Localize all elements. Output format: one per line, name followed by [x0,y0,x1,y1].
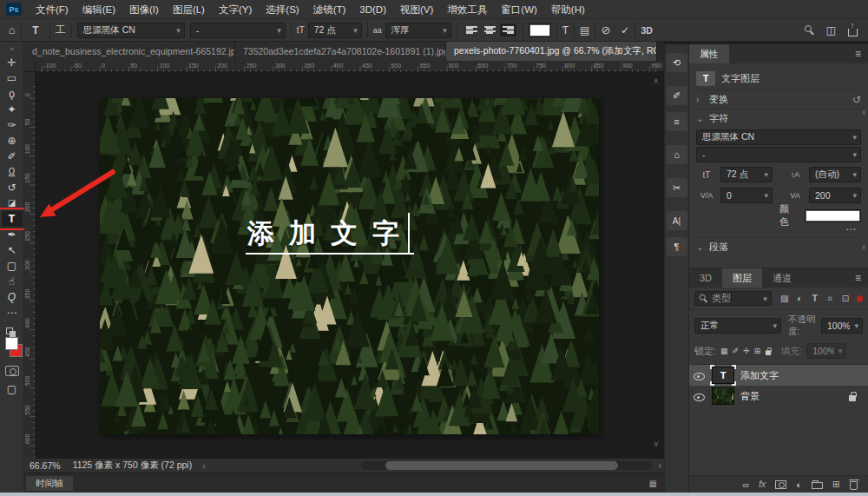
foreground-color-swatch[interactable] [5,337,18,350]
lock-pixels-icon[interactable]: ✐ [733,347,740,355]
history-brush-tool[interactable]: ↺ [2,180,23,195]
zoom-level[interactable]: 66.67% [30,460,61,471]
home-icon[interactable]: ⌂ [9,23,16,36]
menu-select[interactable]: 选择(S) [259,0,306,19]
tab-channels[interactable]: 通道 [762,268,802,288]
filter-adjustment-layers-icon[interactable]: ◐ [793,294,806,303]
align-right-button[interactable] [500,23,516,36]
panel-menu-icon[interactable]: ≡ [855,272,861,284]
hand-tool[interactable]: ☝ [2,274,23,289]
menu-window[interactable]: 窗口(W) [494,0,544,19]
text-layer-thumbnail[interactable]: T [712,367,734,384]
quick-mask-icon[interactable] [5,366,19,376]
delete-layer-icon[interactable] [850,481,858,490]
menu-file[interactable]: 文件(F) [29,0,76,19]
layer-filter-select[interactable]: 类型 ▾ [694,291,772,306]
doc-tab-2[interactable]: 73520ad3ee1cdefa27a4a708102e-1601891 (1)… [235,42,446,61]
layer-name[interactable]: 背景 [740,390,760,403]
3d-button[interactable]: 3D [641,25,652,36]
commit-edits-icon[interactable]: ✓ [621,24,629,36]
font-family-select[interactable]: 思源黑体 CN▾ [77,23,185,38]
layer-style-icon[interactable]: fx [759,479,766,489]
brush-tool[interactable]: ✐ [2,149,23,164]
doc-tab-1[interactable]: d_note_business_electronic_equipment-665… [24,42,235,61]
opacity-select[interactable]: 100%▾ [821,318,863,334]
new-layer-icon[interactable]: ⊞ [832,479,840,490]
document-canvas[interactable]: 添加文字 [100,98,599,434]
move-tool[interactable]: ✛ [2,55,23,70]
eraser-tool[interactable]: ◪ [2,195,23,211]
menu-3d[interactable]: 3D(D) [352,0,393,19]
character-panel-icon[interactable]: A| [667,211,687,230]
lock-position-icon[interactable]: ✛ [743,347,750,355]
menu-layer[interactable]: 图层(L) [166,0,212,19]
tab-layers[interactable]: 图层 [722,268,762,288]
toolbar-collapse-icon[interactable]: » [10,44,13,55]
screen-mode-icon[interactable]: ▢ [2,381,23,397]
panel-menu-icon[interactable]: ≡ [855,48,861,60]
menu-filter[interactable]: 滤镜(T) [306,0,353,19]
menu-edit[interactable]: 编辑(E) [76,0,122,19]
filter-toggle-icon[interactable] [857,295,863,302]
canvas-text-layer[interactable]: 添加文字 [246,217,414,255]
font-style-select[interactable]: -▾ [190,23,286,38]
shape-tool[interactable]: ▢ [2,258,23,274]
character-section[interactable]: ⌄ 字符 [696,109,861,128]
tab-timeline[interactable]: 时间轴 [26,476,73,491]
scroll-down-icon[interactable]: ∨ [861,243,866,251]
reset-transform-icon[interactable]: ↺ [852,94,861,106]
workspace-icon[interactable]: ◫ [826,24,836,36]
paragraph-section[interactable]: ⌄ 段落 [696,237,861,256]
tab-3d[interactable]: 3D [689,268,722,288]
tool-presets-panel-icon[interactable]: ✂ [667,178,687,197]
transform-section[interactable]: › 变换 ↺ [696,89,861,109]
filter-pixel-layers-icon[interactable]: ▨ [779,294,791,303]
props-leading-select[interactable]: (自动)▾ [809,167,861,182]
swap-colors-icon[interactable] [6,327,13,334]
anti-alias-select[interactable]: 浑厚▾ [385,23,451,38]
horizontal-scrollbar[interactable] [361,461,652,470]
history-panel-icon[interactable]: ⟲ [667,53,687,72]
canvas-area[interactable]: -100-50050100150200250300350400450500550… [24,61,664,459]
scroll-up-icon[interactable]: ∧ [861,109,866,116]
text-orientation-icon[interactable]: 工 [56,23,66,37]
eyedropper-tool[interactable]: ✑ [2,117,23,133]
menu-plugins[interactable]: 增效工具 [440,0,494,19]
path-select-tool[interactable]: ↖ [2,242,23,258]
props-size-select[interactable]: 72 点▾ [720,167,773,182]
text-color-swatch[interactable] [805,209,861,222]
status-expand-icon[interactable]: › [202,460,206,471]
brush-panel-icon[interactable]: ✐ [667,86,687,105]
quick-select-tool[interactable]: ✦ [2,102,23,117]
zoom-tool[interactable]: Q [2,289,23,305]
layer-name[interactable]: 添加文字 [740,369,779,382]
lock-transparency-icon[interactable]: ▦ [720,347,728,355]
tab-properties[interactable]: 属性 [689,44,729,63]
doc-tab-3-active[interactable]: pexels-photo-7760401.jpg @ 66.7% (添加文字, … [446,42,657,61]
type-tool[interactable]: T [2,211,23,227]
menu-view[interactable]: 视图(V) [393,0,440,19]
cancel-edits-icon[interactable]: ⊘ [601,23,610,36]
new-group-icon[interactable] [812,482,823,489]
scroll-down-icon[interactable]: ∨ [653,440,659,448]
link-layers-icon[interactable]: ∞ [743,479,750,490]
fill-select[interactable]: 100%▾ [806,343,846,359]
background-layer-thumbnail[interactable] [712,387,734,405]
paragraph-panel-icon[interactable]: ¶ [667,237,687,256]
more-options-icon[interactable]: ⋯ [696,225,861,237]
brush-settings-panel-icon[interactable]: ≡ [667,112,687,131]
visibility-eye-icon[interactable] [694,391,706,402]
lock-all-icon[interactable] [766,347,772,355]
font-size-select[interactable]: 72 点▾ [308,23,362,38]
adjustment-layer-icon[interactable]: ◐ [796,479,802,490]
lasso-tool[interactable]: ϙ [2,86,23,102]
align-center-button[interactable] [482,23,498,36]
align-left-button[interactable] [464,23,480,36]
warp-text-icon[interactable]: Ƭ [562,24,569,36]
marquee-tool[interactable]: ▭ [2,70,23,86]
filter-type-layers-icon[interactable]: T [809,294,821,303]
more-tools-icon[interactable]: ⋯ [2,305,23,321]
clone-source-panel-icon[interactable]: ⌂ [667,145,687,164]
scroll-up-icon[interactable]: ∧ [653,76,659,85]
props-tracking-select[interactable]: 0▾ [720,188,773,203]
